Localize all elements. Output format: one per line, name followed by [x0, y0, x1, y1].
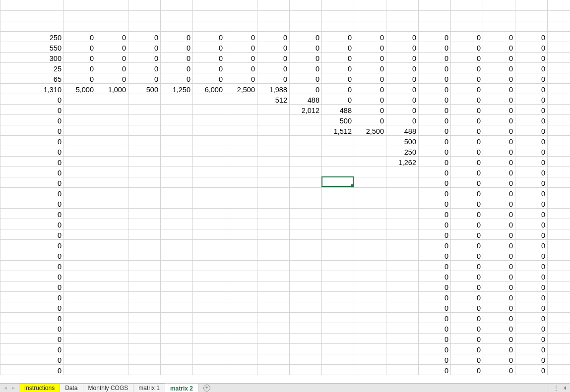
cell[interactable]: [128, 281, 161, 291]
cell[interactable]: 1,310: [32, 83, 64, 94]
cell[interactable]: [225, 198, 257, 208]
cell[interactable]: [225, 260, 257, 271]
cell[interactable]: 0: [483, 156, 515, 167]
cell[interactable]: [483, 0, 515, 10]
cell[interactable]: 0: [483, 167, 515, 177]
cell[interactable]: [193, 146, 225, 156]
cell[interactable]: [64, 239, 96, 250]
cell[interactable]: [64, 219, 96, 229]
cell[interactable]: [515, 0, 548, 10]
cell[interactable]: [257, 281, 290, 291]
cell[interactable]: 0: [483, 177, 515, 187]
cell[interactable]: 0: [257, 31, 290, 42]
cell[interactable]: 0: [419, 208, 451, 219]
cell[interactable]: [354, 0, 386, 10]
cell[interactable]: [386, 302, 419, 312]
cell[interactable]: 0: [322, 73, 354, 83]
cell[interactable]: [419, 21, 451, 31]
cell[interactable]: [0, 354, 32, 364]
cell[interactable]: 0: [322, 52, 354, 62]
cell[interactable]: [322, 156, 354, 167]
cell[interactable]: [451, 10, 483, 21]
cell[interactable]: 0: [548, 302, 570, 312]
cell[interactable]: [193, 343, 225, 354]
cell[interactable]: [322, 21, 354, 31]
cell[interactable]: [0, 0, 32, 10]
cell[interactable]: [386, 229, 419, 239]
cell[interactable]: 0: [386, 62, 419, 73]
cell[interactable]: [128, 291, 161, 302]
cell[interactable]: [161, 0, 193, 10]
cell[interactable]: [128, 187, 161, 198]
cell[interactable]: 0: [386, 114, 419, 125]
cell[interactable]: 0: [451, 187, 483, 198]
cell[interactable]: [64, 354, 96, 364]
cell[interactable]: 0: [32, 291, 64, 302]
cell[interactable]: [64, 208, 96, 219]
cell[interactable]: [290, 364, 322, 375]
cell[interactable]: [64, 271, 96, 281]
cell[interactable]: [128, 146, 161, 156]
cell[interactable]: [96, 312, 128, 323]
cell[interactable]: 0: [419, 114, 451, 125]
cell[interactable]: 0: [515, 291, 548, 302]
cell[interactable]: 0: [32, 167, 64, 177]
cell[interactable]: 0: [483, 333, 515, 343]
cell[interactable]: [96, 167, 128, 177]
cell[interactable]: 0: [515, 208, 548, 219]
cell[interactable]: [0, 312, 32, 323]
cell[interactable]: [96, 177, 128, 187]
cell[interactable]: 0: [257, 52, 290, 62]
cell[interactable]: [96, 302, 128, 312]
cell[interactable]: [322, 281, 354, 291]
cell[interactable]: [193, 354, 225, 364]
cell[interactable]: [257, 312, 290, 323]
cell[interactable]: [128, 125, 161, 135]
cell[interactable]: 0: [451, 354, 483, 364]
cell[interactable]: 0: [483, 31, 515, 42]
cell[interactable]: [161, 281, 193, 291]
cell[interactable]: [290, 333, 322, 343]
cell[interactable]: 0: [451, 302, 483, 312]
cell[interactable]: 0: [483, 281, 515, 291]
cell[interactable]: 6,000: [193, 83, 225, 94]
cell[interactable]: [96, 0, 128, 10]
cell[interactable]: 0: [548, 323, 570, 333]
cell[interactable]: [96, 125, 128, 135]
cell[interactable]: [161, 219, 193, 229]
cell[interactable]: [193, 260, 225, 271]
cell[interactable]: [128, 114, 161, 125]
cell[interactable]: [354, 229, 386, 239]
cell[interactable]: 0: [257, 42, 290, 52]
cell[interactable]: 0: [32, 104, 64, 114]
cell[interactable]: 1,512: [322, 125, 354, 135]
cell[interactable]: [0, 125, 32, 135]
cell[interactable]: [161, 343, 193, 354]
cell[interactable]: [161, 167, 193, 177]
cell[interactable]: [322, 354, 354, 364]
cell[interactable]: [128, 343, 161, 354]
cell[interactable]: [193, 271, 225, 281]
cell[interactable]: [548, 0, 570, 10]
cell[interactable]: [225, 135, 257, 146]
cell[interactable]: [225, 229, 257, 239]
cell[interactable]: [64, 114, 96, 125]
cell[interactable]: 500: [386, 135, 419, 146]
cell[interactable]: [257, 167, 290, 177]
cell[interactable]: [290, 167, 322, 177]
cell[interactable]: 0: [483, 114, 515, 125]
cell[interactable]: [161, 229, 193, 239]
cell[interactable]: [225, 94, 257, 104]
cell[interactable]: 0: [548, 62, 570, 73]
cell[interactable]: [290, 177, 322, 187]
cell[interactable]: [225, 312, 257, 323]
cell[interactable]: [322, 312, 354, 323]
cell[interactable]: 0: [483, 104, 515, 114]
cell[interactable]: 0: [322, 42, 354, 52]
cell[interactable]: [225, 146, 257, 156]
cell[interactable]: [322, 260, 354, 271]
cell[interactable]: [128, 94, 161, 104]
cell[interactable]: 0: [515, 333, 548, 343]
cell[interactable]: 0: [290, 42, 322, 52]
cell[interactable]: [161, 187, 193, 198]
